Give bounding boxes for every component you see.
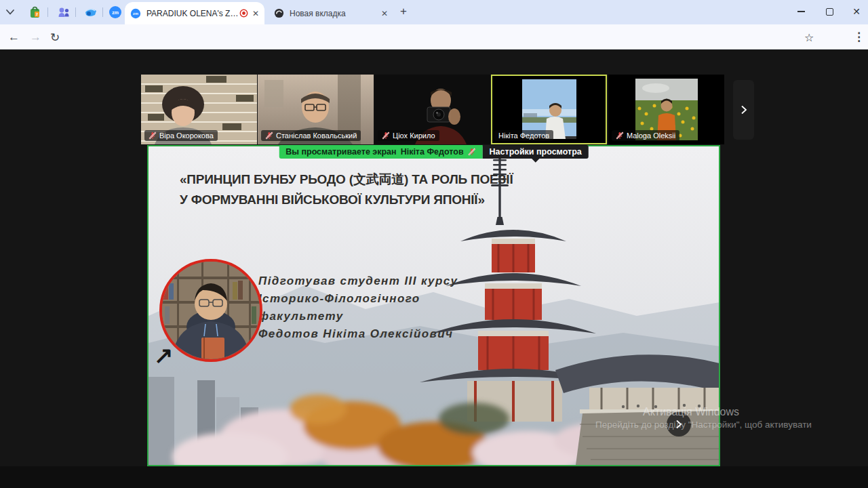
- mic-muted-icon: [265, 131, 273, 140]
- participant-name: Станіслав Ковальський: [276, 131, 357, 140]
- zoom-favicon: zm: [130, 8, 141, 19]
- presenter-mic-muted-icon: [468, 148, 476, 156]
- participant-tile[interactable]: Станіслав Ковальський: [258, 75, 374, 144]
- pinned-tab-store-bag-icon[interactable]: 2: [28, 5, 42, 19]
- windows-taskbar: Пошук: [0, 466, 868, 488]
- pinned-tab-separator: [102, 7, 103, 17]
- slide-title-line2: У ФОРМУВАННІ ВІЙСЬКОВОЇ КУЛЬТУРИ ЯПОНІЇ»: [180, 190, 532, 210]
- participant-tile-active-speaker[interactable]: Нікіта Федотов: [491, 75, 607, 144]
- mic-muted-icon: [382, 131, 390, 140]
- bookmark-star-icon[interactable]: ☆: [804, 31, 814, 44]
- pinned-tab-blue-app-icon[interactable]: [84, 5, 98, 19]
- more-participants-button[interactable]: [733, 80, 754, 140]
- browser-toolbar: ← → ↻ app.zoom.us/wc/86589970035/join?re…: [0, 24, 868, 49]
- slide-title-line1: «ПРИНЦИП БУНБУ РЬОДО (文武両道) ТА РОЛЬ ПОЕЗ…: [180, 169, 532, 190]
- pinned-tab-teams-icon[interactable]: [57, 5, 71, 19]
- participant-name: Maloga Oleksii: [627, 131, 675, 140]
- pinned-tab-zoom-icon[interactable]: zm: [108, 5, 122, 19]
- tab-search-chevron-icon[interactable]: [5, 8, 15, 16]
- share-banner-text: Вы просматриваете экран: [285, 147, 396, 157]
- slide-title: «ПРИНЦИП БУНБУ РЬОДО (文武両道) ТА РОЛЬ ПОЕЗ…: [180, 169, 532, 210]
- author-line: Федотов Нікіта Олексійович: [258, 325, 458, 343]
- window-close-button[interactable]: ✕: [844, 0, 868, 23]
- participant-name: Нікіта Федотов: [498, 131, 549, 140]
- windows-activation-watermark-line2: Перейдіть до розділу "Настройки", щоб ак…: [595, 420, 812, 430]
- participant-tile[interactable]: Віра Окорокова: [141, 75, 257, 144]
- presentation-slide: «ПРИНЦИП БУНБУ РЬОДО (文武両道) ТА РОЛЬ ПОЕЗ…: [149, 146, 719, 465]
- participant-tile[interactable]: Ціох Кирило: [374, 75, 490, 144]
- svg-text:zm: zm: [112, 10, 119, 15]
- second-tab-favicon: [274, 8, 284, 18]
- tab-title: Новая вкладка: [290, 9, 377, 18]
- shared-screen-region: «ПРИНЦИП БУНБУ РЬОДО (文武両道) ТА РОЛЬ ПОЕЗ…: [147, 145, 720, 466]
- chevron-right-icon: [738, 104, 749, 115]
- mic-muted-icon: [616, 131, 624, 140]
- participant-name: Ціох Кирило: [393, 131, 435, 140]
- tab-close-icon[interactable]: ✕: [381, 9, 388, 18]
- pinned-tab-separator: [75, 7, 76, 17]
- view-options-button[interactable]: Настройки просмотра: [483, 145, 589, 159]
- student-photo: [159, 259, 262, 362]
- tab-recording-indicator-icon: [239, 9, 248, 18]
- forward-icon[interactable]: →: [30, 30, 41, 44]
- mic-muted-icon: [149, 131, 157, 140]
- tab-new-tab[interactable]: Новая вкладка ✕: [269, 2, 393, 24]
- share-banner-message: Вы просматриваете экран Нікіта Федотов: [279, 145, 482, 159]
- participant-tile[interactable]: Maloga Oleksii: [608, 75, 724, 144]
- slide-author-block: Підготував студент ІІІ курсу Історико-Фі…: [258, 272, 458, 343]
- zoom-meeting-page: Віра Окорокова Станіслав Ковальський: [0, 49, 868, 466]
- presenter-name: Нікіта Федотов: [401, 147, 464, 157]
- reload-icon[interactable]: ↻: [50, 30, 60, 45]
- participant-name: Віра Окорокова: [159, 131, 214, 140]
- student-photo-art: [162, 262, 260, 359]
- screen-share-banner: Вы просматриваете экран Нікіта Федотов Н…: [279, 145, 588, 159]
- pinned-tab-separator: [47, 7, 48, 17]
- tab-title: PARADIUK OLENA's Zoom M: [146, 9, 239, 18]
- browser-tab-strip: 2 zm zm PARADIUK OLENA's Zoom M ✕: [0, 0, 868, 24]
- tab-close-icon[interactable]: ✕: [252, 9, 259, 18]
- author-line: Історико-Філологічного: [258, 290, 458, 308]
- new-tab-button[interactable]: +: [400, 5, 407, 18]
- window-minimize-button[interactable]: [788, 0, 814, 23]
- slide-arrow-decoration: ↗: [154, 342, 174, 369]
- svg-text:zm: zm: [133, 12, 138, 16]
- window-maximize-button[interactable]: [816, 0, 842, 23]
- windows-activation-watermark-line1: Активація Windows: [643, 406, 739, 418]
- browser-menu-icon[interactable]: ⋮: [853, 30, 865, 44]
- screen: 2 zm zm PARADIUK OLENA's Zoom M ✕: [0, 0, 868, 488]
- back-icon[interactable]: ←: [8, 30, 20, 44]
- tab-zoom-meeting[interactable]: zm PARADIUK OLENA's Zoom M ✕: [125, 2, 264, 24]
- author-line: Підготував студент ІІІ курсу: [258, 272, 458, 290]
- author-line: факультету: [258, 308, 458, 325]
